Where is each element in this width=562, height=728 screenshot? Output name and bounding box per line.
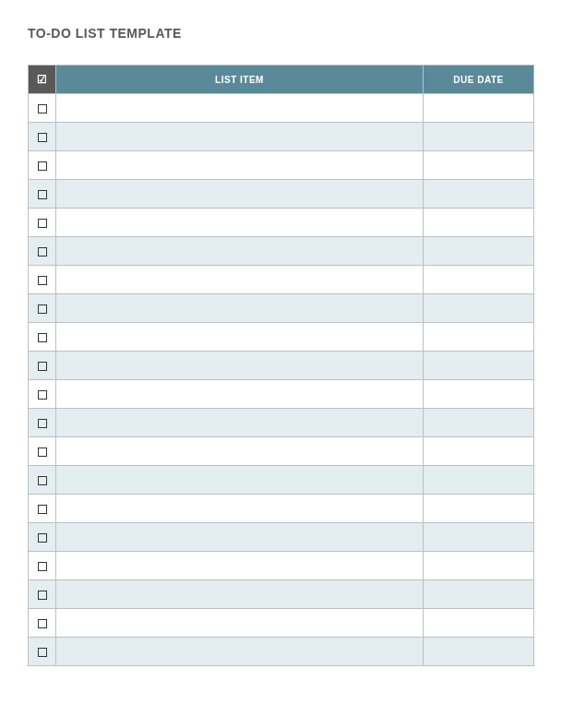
due-date-cell[interactable] — [424, 580, 534, 609]
checkbox-cell[interactable] — [29, 495, 56, 523]
table-row — [29, 409, 534, 437]
checkbox-cell[interactable] — [29, 380, 56, 409]
checkbox-icon — [38, 333, 47, 342]
checkbox-cell[interactable] — [29, 209, 56, 237]
checkbox-cell[interactable] — [29, 580, 56, 609]
header-checkbox: ☑ — [29, 66, 56, 94]
list-item-cell[interactable] — [56, 151, 424, 180]
list-item-cell[interactable] — [56, 352, 424, 380]
due-date-cell[interactable] — [424, 495, 534, 523]
list-item-cell[interactable] — [56, 638, 424, 666]
list-item-cell[interactable] — [56, 580, 424, 609]
list-item-cell[interactable] — [56, 437, 424, 466]
checkbox-icon — [38, 505, 47, 514]
checkbox-cell[interactable] — [29, 609, 56, 638]
checkbox-cell[interactable] — [29, 466, 56, 495]
list-item-cell[interactable] — [56, 94, 424, 123]
table-row — [29, 609, 534, 638]
checkbox-cell[interactable] — [29, 523, 56, 552]
list-item-cell[interactable] — [56, 323, 424, 352]
checkbox-cell[interactable] — [29, 123, 56, 151]
checkbox-icon — [38, 304, 47, 314]
checkbox-cell[interactable] — [29, 180, 56, 209]
checkbox-icon — [38, 390, 47, 400]
checkbox-icon — [38, 133, 47, 142]
table-row — [29, 151, 534, 180]
list-item-cell[interactable] — [56, 409, 424, 437]
table-row — [29, 638, 534, 666]
checkbox-cell[interactable] — [29, 294, 56, 323]
header-row: ☑ LIST ITEM DUE DATE — [29, 66, 534, 94]
checkbox-icon — [38, 362, 47, 371]
due-date-cell[interactable] — [424, 552, 534, 580]
due-date-cell[interactable] — [424, 151, 534, 180]
checkbox-cell[interactable] — [29, 237, 56, 266]
due-date-cell[interactable] — [424, 237, 534, 266]
due-date-cell[interactable] — [424, 466, 534, 495]
due-date-cell[interactable] — [424, 409, 534, 437]
checkbox-icon — [38, 448, 47, 457]
list-item-cell[interactable] — [56, 180, 424, 209]
list-item-cell[interactable] — [56, 466, 424, 495]
table-row — [29, 294, 534, 323]
checkbox-cell[interactable] — [29, 352, 56, 380]
table-row — [29, 266, 534, 294]
due-date-cell[interactable] — [424, 94, 534, 123]
header-due-date: DUE DATE — [424, 66, 534, 94]
checkbox-cell[interactable] — [29, 437, 56, 466]
due-date-cell[interactable] — [424, 209, 534, 237]
list-item-cell[interactable] — [56, 237, 424, 266]
checkbox-icon — [38, 476, 47, 485]
list-item-cell[interactable] — [56, 123, 424, 151]
list-item-cell[interactable] — [56, 380, 424, 409]
checkbox-icon — [38, 533, 47, 543]
list-item-cell[interactable] — [56, 495, 424, 523]
page-title: TO-DO LIST TEMPLATE — [28, 26, 534, 41]
due-date-cell[interactable] — [424, 266, 534, 294]
todo-table: ☑ LIST ITEM DUE DATE — [28, 65, 534, 666]
table-row — [29, 580, 534, 609]
table-row — [29, 466, 534, 495]
checkbox-cell[interactable] — [29, 94, 56, 123]
table-row — [29, 180, 534, 209]
table-row — [29, 237, 534, 266]
checkbox-icon — [38, 219, 47, 228]
checkbox-icon — [38, 619, 47, 628]
checkbox-cell[interactable] — [29, 266, 56, 294]
list-item-cell[interactable] — [56, 609, 424, 638]
due-date-cell[interactable] — [424, 638, 534, 666]
list-item-cell[interactable] — [56, 209, 424, 237]
due-date-cell[interactable] — [424, 437, 534, 466]
table-row — [29, 209, 534, 237]
table-row — [29, 123, 534, 151]
checkbox-icon — [38, 104, 47, 113]
due-date-cell[interactable] — [424, 523, 534, 552]
checkbox-cell[interactable] — [29, 409, 56, 437]
due-date-cell[interactable] — [424, 123, 534, 151]
checkbox-icon — [38, 247, 47, 257]
checkbox-icon — [38, 190, 47, 199]
checkbox-cell[interactable] — [29, 638, 56, 666]
list-item-cell[interactable] — [56, 266, 424, 294]
checkbox-cell[interactable] — [29, 552, 56, 580]
table-row — [29, 495, 534, 523]
due-date-cell[interactable] — [424, 352, 534, 380]
due-date-cell[interactable] — [424, 609, 534, 638]
table-row — [29, 94, 534, 123]
due-date-cell[interactable] — [424, 323, 534, 352]
list-item-cell[interactable] — [56, 294, 424, 323]
table-row — [29, 437, 534, 466]
due-date-cell[interactable] — [424, 380, 534, 409]
list-item-cell[interactable] — [56, 552, 424, 580]
checkbox-icon — [38, 591, 47, 600]
table-row — [29, 323, 534, 352]
table-row — [29, 552, 534, 580]
checkbox-icon — [38, 419, 47, 428]
checkbox-cell[interactable] — [29, 151, 56, 180]
checkbox-icon — [38, 161, 47, 171]
due-date-cell[interactable] — [424, 180, 534, 209]
due-date-cell[interactable] — [424, 294, 534, 323]
checkbox-cell[interactable] — [29, 323, 56, 352]
list-item-cell[interactable] — [56, 523, 424, 552]
checkbox-icon — [38, 648, 47, 657]
